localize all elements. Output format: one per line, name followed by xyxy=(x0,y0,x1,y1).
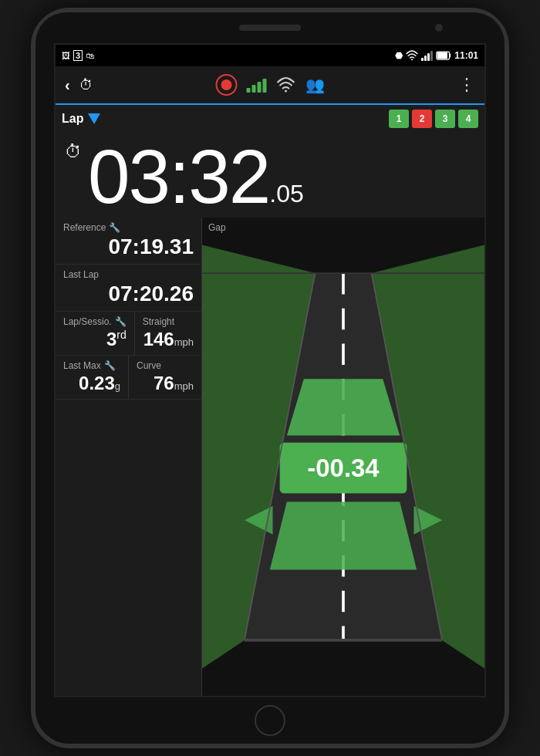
time-display: 11:01 xyxy=(454,50,478,61)
timer-main-value: 03:32 xyxy=(88,139,269,214)
rec-dot xyxy=(221,79,232,90)
straight-cell: Straight 146mph xyxy=(135,312,201,356)
lap-tab-3[interactable]: 3 xyxy=(435,110,455,128)
straight-unit: mph xyxy=(174,336,194,348)
more-button[interactable]: ⋮ xyxy=(458,75,475,95)
svg-point-4 xyxy=(285,90,287,93)
home-button[interactable] xyxy=(255,705,285,736)
signal-icon xyxy=(421,50,433,61)
phone-frame: 🖼 3 🛍 ⬣ xyxy=(31,8,509,748)
image-icon: 🖼 xyxy=(62,51,70,60)
reference-label: Reference 🔧 xyxy=(63,222,194,233)
stopwatch-icon: ⏱ xyxy=(65,142,82,162)
timer-row: ⏱ 03:32 .05 xyxy=(65,139,475,214)
battery-icon xyxy=(436,51,451,60)
track-svg: -00.34 xyxy=(202,218,484,696)
signal-bars xyxy=(247,77,267,93)
lap-session-label: Lap/Sessio. 🔧 xyxy=(63,316,127,327)
wifi-icon xyxy=(406,50,418,61)
status-bar: 🖼 3 🛍 ⬣ xyxy=(56,45,484,66)
speaker xyxy=(239,25,301,31)
track-panel: Gap xyxy=(202,218,484,696)
back-icon[interactable]: ‹ xyxy=(65,76,70,94)
ghost-icon[interactable]: 👥 xyxy=(305,76,325,94)
svg-rect-2 xyxy=(450,54,451,58)
curve-unit: mph xyxy=(174,380,194,392)
lap-session-value: 3rd xyxy=(63,329,127,350)
timer-decimal-value: .05 xyxy=(269,180,303,208)
timer-section: ⏱ 03:32 .05 xyxy=(56,133,484,218)
lap-header: Lap 1 2 3 4 xyxy=(56,105,484,133)
last-max-unit: g xyxy=(115,380,120,392)
last-lap-label: Last Lap xyxy=(63,269,194,280)
toolbar: ‹ ⏱ 👥 xyxy=(56,66,484,105)
lap-label-area: Lap xyxy=(62,112,100,126)
wifi-toolbar-icon xyxy=(276,77,296,93)
phone-top xyxy=(35,12,505,43)
reference-cell: Reference 🔧 07:19.31 xyxy=(56,218,201,265)
last-lap-value: 07:20.26 xyxy=(63,282,194,306)
last-lap-cell: Last Lap 07:20.26 xyxy=(56,265,201,312)
rec-button[interactable] xyxy=(216,74,238,96)
lap-tab-1[interactable]: 1 xyxy=(389,110,409,128)
svg-point-0 xyxy=(411,59,413,60)
lap-tab-4[interactable]: 4 xyxy=(458,110,478,128)
bluetooth-icon: ⬣ xyxy=(395,50,403,61)
toolbar-right: ⋮ xyxy=(458,75,475,95)
reference-wrench-icon[interactable]: 🔧 xyxy=(109,222,120,233)
curve-value: 76mph xyxy=(137,373,194,394)
svg-text:-00.34: -00.34 xyxy=(307,454,380,482)
lap-tabs[interactable]: 1 2 3 4 xyxy=(389,110,478,128)
curve-label: Curve xyxy=(137,360,194,371)
svg-rect-3 xyxy=(437,52,447,59)
status-icons-left: 🖼 3 🛍 xyxy=(62,50,94,61)
bag-icon: 🛍 xyxy=(86,51,94,60)
last-max-label: Last Max 🔧 xyxy=(63,360,120,371)
timer-display: 03:32 .05 xyxy=(88,139,475,214)
lap-text: Lap xyxy=(62,112,83,126)
screen: 🖼 3 🛍 ⬣ xyxy=(54,43,486,697)
lap-session-cell: Lap/Sessio. 🔧 3rd xyxy=(56,312,135,356)
status-icons-right: ⬣ 11:01 xyxy=(395,50,478,61)
data-section: Reference 🔧 07:19.31 Last Lap 07:20.26 L… xyxy=(56,218,484,696)
last-max-value: 0.23g xyxy=(63,373,120,394)
straight-value: 146mph xyxy=(143,329,194,350)
lap-session-wrench-icon[interactable]: 🔧 xyxy=(115,316,127,327)
camera xyxy=(435,24,443,32)
last-max-wrench-icon[interactable]: 🔧 xyxy=(104,360,116,371)
svg-marker-13 xyxy=(270,502,417,570)
straight-label: Straight xyxy=(143,316,194,327)
curve-cell: Curve 76mph xyxy=(129,356,201,400)
lastmax-curve-row: Last Max 🔧 0.23g Curve 76mph xyxy=(56,356,201,400)
data-left-panel: Reference 🔧 07:19.31 Last Lap 07:20.26 L… xyxy=(56,218,202,696)
toolbar-center: 👥 xyxy=(216,74,325,96)
lap-triangle-icon xyxy=(88,113,100,124)
last-max-cell: Last Max 🔧 0.23g xyxy=(56,356,129,400)
notification-3-icon: 3 xyxy=(73,50,83,61)
reference-value: 07:19.31 xyxy=(63,235,194,259)
svg-marker-10 xyxy=(287,379,400,435)
phone-bottom xyxy=(35,697,505,744)
ordinal-suffix: rd xyxy=(116,329,126,341)
lap-straight-row: Lap/Sessio. 🔧 3rd Straight 146mph xyxy=(56,312,201,356)
lap-tab-2[interactable]: 2 xyxy=(412,110,432,128)
toolbar-left: ‹ ⏱ xyxy=(65,76,93,94)
timer-icon[interactable]: ⏱ xyxy=(79,77,93,93)
